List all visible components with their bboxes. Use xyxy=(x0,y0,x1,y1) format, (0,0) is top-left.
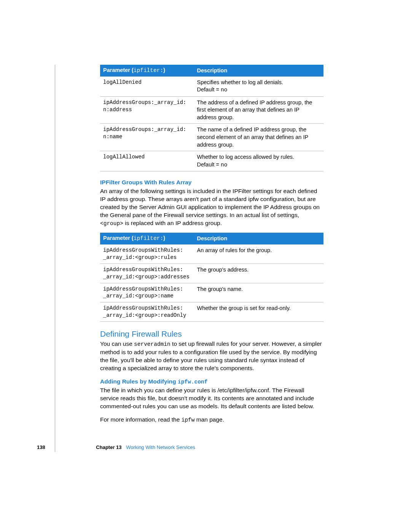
param-cell: ipAddressGroupsWithRules: _array_id:<gro… xyxy=(100,283,194,302)
vertical-rule xyxy=(55,65,55,452)
param-cell: logAllAllowed xyxy=(100,151,194,171)
param-cell: ipAddressGroupsWithRules: _array_id:<gro… xyxy=(100,264,194,283)
table-row: ipAddressGroupsWithRules: _array_id:<gro… xyxy=(100,264,323,283)
table-row: ipAddressGroupsWithRules: _array_id:<gro… xyxy=(100,244,323,264)
table-row: ipAddressGroupsWithRules: _array_id:<gro… xyxy=(100,302,323,322)
desc-text: Default = no xyxy=(197,161,320,169)
chapter-name: Working With Network Services xyxy=(126,444,195,450)
desc-text: Specifies whether to log all denials. xyxy=(197,79,320,86)
header-parameter: Parameter (ipfilter:) xyxy=(100,65,194,77)
param-cell: logAllDenied xyxy=(100,77,194,97)
param-cell: ipAddressGroupsWithRules: _array_id:<gro… xyxy=(100,244,194,264)
header-parameter: Parameter (ipfilter:) xyxy=(100,233,194,244)
desc-cell: An array of rules for the group. xyxy=(194,244,323,264)
table-row: logAllAllowed Whether to log access allo… xyxy=(100,151,323,171)
paragraph: For more information, read the ipfw man … xyxy=(100,416,323,424)
param-cell: ipAddressGroups:_array_id: n:address xyxy=(100,96,194,124)
header-text: ) xyxy=(163,235,165,241)
subheading-adding-rules: Adding Rules by Modifying ipfw.conf xyxy=(100,378,323,385)
desc-text: Whether to log access allowed by rules. xyxy=(197,153,320,161)
param-cell: ipAddressGroups:_array_id: n:name xyxy=(100,124,194,151)
desc-text: Default = no xyxy=(197,86,320,94)
paragraph: An array of the following settings is in… xyxy=(100,187,323,227)
desc-cell: The group's name. xyxy=(194,283,323,302)
desc-cell: The group's address. xyxy=(194,264,323,283)
desc-cell: The address of a defined IP address grou… xyxy=(194,96,323,124)
header-text: ) xyxy=(163,67,165,73)
page-number: 138 xyxy=(37,444,45,450)
page-footer: 138 Chapter 13 Working With Network Serv… xyxy=(37,444,195,450)
table-row: logAllDenied Specifies whether to log al… xyxy=(100,77,323,97)
table-row: ipAddressGroupsWithRules: _array_id:<gro… xyxy=(100,283,323,302)
paragraph: You can use serveradmin to set up firewa… xyxy=(100,340,323,372)
param-table-1: Parameter (ipfilter:) Description logAll… xyxy=(100,65,323,171)
desc-cell: The name of a defined IP address group, … xyxy=(194,124,323,151)
subheading-ipfilter-groups: IPFilter Groups With Rules Array xyxy=(100,179,323,186)
header-description: Description xyxy=(194,233,323,244)
table-row: ipAddressGroups:_array_id: n:address The… xyxy=(100,96,323,124)
heading-defining-firewall-rules: Defining Firewall Rules xyxy=(100,329,323,339)
param-table-2: Parameter (ipfilter:) Description ipAddr… xyxy=(100,233,323,322)
desc-cell: Specifies whether to log all denials. De… xyxy=(194,77,323,97)
paragraph: The file in which you can define your ru… xyxy=(100,387,323,411)
table-header: Parameter (ipfilter:) Description xyxy=(100,233,323,244)
header-description: Description xyxy=(194,65,323,77)
header-code: ipfilter: xyxy=(134,67,163,73)
header-text: Parameter ( xyxy=(103,67,134,73)
desc-cell: Whether to log access allowed by rules. … xyxy=(194,151,323,171)
header-text: Parameter ( xyxy=(103,235,134,241)
table-row: ipAddressGroups:_array_id: n:name The na… xyxy=(100,124,323,151)
header-code: ipfilter: xyxy=(134,235,163,241)
table-header: Parameter (ipfilter:) Description xyxy=(100,65,323,77)
page: Parameter (ipfilter:) Description logAll… xyxy=(0,0,411,532)
chapter-label: Chapter 13 xyxy=(96,444,121,450)
desc-cell: Whether the group is set for read-only. xyxy=(194,302,323,322)
param-cell: ipAddressGroupsWithRules: _array_id:<gro… xyxy=(100,302,194,322)
